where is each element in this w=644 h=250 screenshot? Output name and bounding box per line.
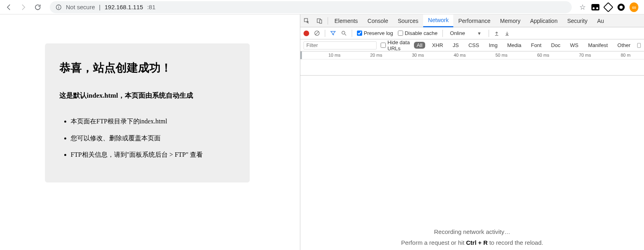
filter-type-all[interactable]: All bbox=[414, 42, 425, 49]
reload-button[interactable] bbox=[32, 2, 43, 13]
info-icon bbox=[55, 4, 62, 10]
filter-input[interactable] bbox=[304, 41, 377, 49]
tab-memory[interactable]: Memory bbox=[495, 14, 526, 27]
filter-type-font[interactable]: Font bbox=[528, 42, 544, 49]
clear-icon[interactable] bbox=[314, 30, 320, 36]
svg-line-7 bbox=[315, 31, 319, 35]
tab-sources[interactable]: Sources bbox=[393, 14, 423, 27]
tab-console[interactable]: Console bbox=[363, 14, 393, 27]
extension-icon-3[interactable] bbox=[617, 3, 626, 12]
empty-line2: Perform a request or hit Ctrl + R to rec… bbox=[401, 239, 543, 246]
tab-application[interactable]: Application bbox=[525, 14, 562, 27]
filter-extra-box[interactable] bbox=[637, 43, 641, 48]
not-secure-label: Not secure bbox=[66, 4, 95, 10]
tab-performance[interactable]: Performance bbox=[453, 14, 495, 27]
filter-icon[interactable] bbox=[330, 30, 336, 36]
page-subtitle: 这是默认index.html，本页面由系统自动生成 bbox=[59, 90, 235, 101]
forward-button[interactable] bbox=[18, 2, 29, 13]
record-button[interactable] bbox=[304, 31, 309, 36]
chevron-down-icon: ▼ bbox=[477, 31, 481, 36]
page-bullet-list: 本页面在FTP根目录下的index.html 您可以修改、删除或覆盖本页面 FT… bbox=[59, 113, 235, 163]
svg-rect-5 bbox=[320, 20, 322, 23]
url-host: 192.168.1.115 bbox=[104, 4, 143, 10]
filter-type-doc[interactable]: Doc bbox=[548, 42, 563, 49]
list-item: FTP相关信息，请到"面板系统后台 > FTP" 查看 bbox=[71, 146, 235, 163]
network-empty-state: Recording network activity… Perform a re… bbox=[300, 76, 644, 250]
network-filter-bar: Hide data URLs All XHR JS CSS Img Media … bbox=[300, 39, 644, 51]
list-item: 本页面在FTP根目录下的index.html bbox=[71, 113, 235, 130]
profile-avatar[interactable]: ∞ bbox=[630, 3, 638, 12]
upload-har-icon[interactable] bbox=[494, 31, 499, 36]
back-button[interactable] bbox=[3, 2, 14, 13]
filter-type-css[interactable]: CSS bbox=[466, 42, 482, 49]
hide-data-urls-checkbox[interactable]: Hide data URLs bbox=[381, 39, 410, 51]
empty-line1: Recording network activity… bbox=[434, 228, 510, 235]
url-port: :81 bbox=[147, 4, 155, 10]
filter-type-img[interactable]: Img bbox=[486, 42, 500, 49]
filter-type-media[interactable]: Media bbox=[504, 42, 524, 49]
svg-point-1 bbox=[58, 6, 59, 6]
timeline-tick: 80 m bbox=[621, 53, 630, 57]
devtools-tabs: Elements Console Sources Network Perform… bbox=[300, 14, 644, 27]
throttling-value: Online bbox=[450, 30, 465, 36]
search-icon[interactable] bbox=[341, 30, 347, 36]
tab-audits[interactable]: Au bbox=[592, 14, 609, 27]
page-heading: 恭喜，站点创建成功！ bbox=[59, 60, 235, 76]
svg-rect-2 bbox=[58, 7, 59, 8]
disable-cache-checkbox[interactable]: Disable cache bbox=[398, 30, 438, 36]
filter-type-xhr[interactable]: XHR bbox=[429, 42, 446, 49]
bookmark-star-icon[interactable]: ☆ bbox=[578, 3, 587, 12]
preserve-log-checkbox[interactable]: Preserve log bbox=[357, 30, 393, 36]
page-viewport: 恭喜，站点创建成功！ 这是默认index.html，本页面由系统自动生成 本页面… bbox=[0, 14, 300, 250]
timeline-ruler: 10 ms 20 ms 30 ms 40 ms 50 ms 60 ms 70 m… bbox=[300, 51, 644, 59]
timeline-tick: 10 ms bbox=[328, 53, 340, 57]
network-toolbar: Preserve log Disable cache Online ▼ bbox=[300, 27, 644, 39]
timeline-tick: 70 ms bbox=[579, 53, 591, 57]
tab-elements[interactable]: Elements bbox=[330, 14, 363, 27]
timeline-tick: 20 ms bbox=[370, 53, 382, 57]
browser-toolbar: Not secure | 192.168.1.115:81 ☆ ∞ bbox=[0, 0, 644, 14]
addr-separator: | bbox=[99, 4, 101, 10]
timeline-tick: 40 ms bbox=[454, 53, 466, 57]
address-bar[interactable]: Not secure | 192.168.1.115:81 bbox=[50, 1, 572, 13]
extension-icon-1[interactable] bbox=[591, 3, 600, 12]
throttling-select[interactable]: Online ▼ bbox=[448, 30, 484, 36]
svg-point-8 bbox=[342, 31, 345, 35]
devtools-panel: Elements Console Sources Network Perform… bbox=[300, 14, 644, 250]
tab-network[interactable]: Network bbox=[423, 14, 453, 27]
timeline-tick: 50 ms bbox=[495, 53, 507, 57]
timeline-tick: 30 ms bbox=[412, 53, 424, 57]
device-toolbar-icon[interactable] bbox=[313, 18, 326, 24]
filter-type-other[interactable]: Other bbox=[615, 42, 634, 49]
svg-line-9 bbox=[344, 34, 346, 35]
timeline-tick: 60 ms bbox=[537, 53, 549, 57]
page-card: 恭喜，站点创建成功！ 这是默认index.html，本页面由系统自动生成 本页面… bbox=[45, 43, 250, 182]
network-timeline[interactable]: 10 ms 20 ms 30 ms 40 ms 50 ms 60 ms 70 m… bbox=[300, 51, 644, 76]
extension-icon-2[interactable] bbox=[604, 3, 613, 12]
download-har-icon[interactable] bbox=[504, 31, 510, 36]
tab-security[interactable]: Security bbox=[562, 14, 593, 27]
extension-icons: ☆ ∞ bbox=[578, 3, 641, 12]
filter-type-manifest[interactable]: Manifest bbox=[585, 42, 611, 49]
inspect-element-icon[interactable] bbox=[300, 18, 313, 24]
filter-type-ws[interactable]: WS bbox=[567, 42, 581, 49]
filter-type-js[interactable]: JS bbox=[450, 42, 462, 49]
list-item: 您可以修改、删除或覆盖本页面 bbox=[71, 130, 235, 147]
